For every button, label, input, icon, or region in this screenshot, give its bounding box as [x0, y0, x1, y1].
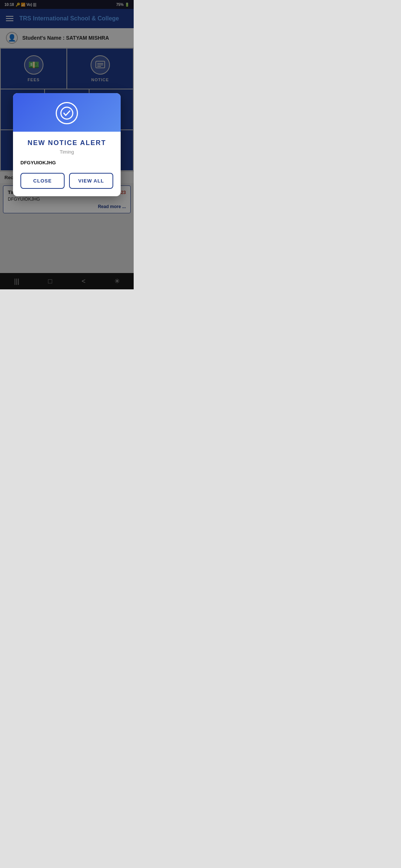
- view-all-button[interactable]: VIEW ALL: [69, 173, 113, 189]
- modal-overlay: NEW NOTICE ALERT Timing DFGYUIOKJHG CLOS…: [0, 0, 134, 289]
- svg-point-4: [61, 107, 73, 119]
- dialog-title: NEW NOTICE ALERT: [20, 139, 113, 147]
- dialog-header: [13, 93, 121, 132]
- dialog-body: NEW NOTICE ALERT Timing DFGYUIOKJHG CLOS…: [13, 132, 121, 196]
- close-button[interactable]: CLOSE: [20, 173, 65, 189]
- dialog-message: DFGYUIOKJHG: [20, 160, 113, 165]
- dialog-subtitle: Timing: [20, 149, 113, 155]
- notice-dialog: NEW NOTICE ALERT Timing DFGYUIOKJHG CLOS…: [13, 93, 121, 196]
- dialog-buttons: CLOSE VIEW ALL: [20, 173, 113, 189]
- checkmark-icon: [56, 102, 78, 124]
